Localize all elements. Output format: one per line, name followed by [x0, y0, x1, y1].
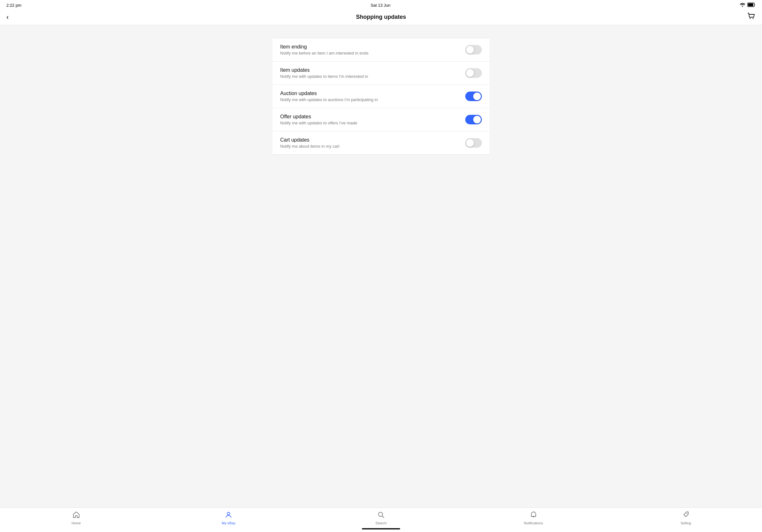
svg-rect-1 — [748, 4, 753, 6]
wifi-icon — [740, 3, 745, 8]
person-icon — [225, 511, 232, 520]
svg-point-6 — [687, 513, 688, 514]
toggle-track-item-ending — [465, 45, 482, 54]
nav-label-selling: Selling — [681, 521, 691, 525]
settings-desc-offer-updates: Notify me with updates to offers I've ma… — [280, 120, 459, 125]
back-button[interactable]: ‹ — [6, 14, 9, 21]
page-title: Shopping updates — [356, 14, 406, 21]
svg-point-3 — [753, 18, 754, 19]
toggle-item-ending[interactable] — [465, 45, 482, 54]
toggle-cart-updates[interactable] — [465, 138, 482, 148]
bottom-nav: Home My eBay Search Notification — [0, 507, 762, 526]
nav-label-my-ebay: My eBay — [222, 521, 236, 525]
settings-item-cart-updates: Cart updatesNotify me about items in my … — [272, 131, 490, 154]
toggle-thumb-item-updates — [466, 69, 474, 77]
settings-desc-item-updates: Notify me with updates to items I'm inte… — [280, 74, 459, 79]
toggle-auction-updates[interactable] — [465, 92, 482, 101]
settings-desc-auction-updates: Notify me with updates to auctions I'm p… — [280, 97, 459, 102]
settings-desc-item-ending: Notify me before an item I am interested… — [280, 51, 459, 55]
svg-point-4 — [227, 512, 230, 515]
battery-icon — [747, 3, 756, 8]
settings-list: Item endingNotify me before an item I am… — [272, 38, 490, 155]
home-indicator — [0, 526, 762, 532]
nav-item-selling[interactable]: Selling — [676, 511, 695, 525]
settings-text-item-updates: Item updatesNotify me with updates to it… — [280, 67, 459, 79]
settings-text-offer-updates: Offer updatesNotify me with updates to o… — [280, 114, 459, 125]
tag-icon — [682, 511, 690, 520]
nav-item-notifications[interactable]: Notifications — [524, 511, 543, 525]
toggle-thumb-item-ending — [466, 46, 474, 54]
toggle-track-item-updates — [465, 68, 482, 78]
settings-title-auction-updates: Auction updates — [280, 91, 459, 96]
status-bar: 2:22 pm Sat 13 Jun — [0, 0, 762, 9]
settings-title-item-updates: Item updates — [280, 67, 459, 73]
status-time: 2:22 pm — [6, 3, 21, 8]
svg-point-2 — [750, 18, 751, 19]
settings-text-cart-updates: Cart updatesNotify me about items in my … — [280, 137, 459, 149]
toggle-track-offer-updates — [465, 115, 482, 124]
home-icon — [72, 511, 80, 520]
toggle-track-cart-updates — [465, 138, 482, 148]
toggle-thumb-offer-updates — [473, 116, 481, 123]
nav-item-home[interactable]: Home — [67, 511, 86, 525]
toggle-thumb-cart-updates — [466, 139, 474, 147]
toggle-offer-updates[interactable] — [465, 115, 482, 124]
status-icons — [740, 3, 756, 8]
settings-text-auction-updates: Auction updatesNotify me with updates to… — [280, 91, 459, 102]
header: ‹ Shopping updates — [0, 9, 762, 25]
settings-item-offer-updates: Offer updatesNotify me with updates to o… — [272, 108, 490, 131]
settings-text-item-ending: Item endingNotify me before an item I am… — [280, 44, 459, 55]
nav-label-search: Search — [376, 521, 387, 525]
settings-desc-cart-updates: Notify me about items in my cart — [280, 144, 459, 149]
main-content: Item endingNotify me before an item I am… — [0, 25, 762, 507]
settings-item-item-updates: Item updatesNotify me with updates to it… — [272, 62, 490, 85]
search-icon — [377, 511, 385, 520]
settings-title-cart-updates: Cart updates — [280, 137, 459, 143]
settings-item-auction-updates: Auction updatesNotify me with updates to… — [272, 85, 490, 108]
settings-item-item-ending: Item endingNotify me before an item I am… — [272, 38, 490, 62]
settings-title-offer-updates: Offer updates — [280, 114, 459, 120]
status-date: Sat 13 Jun — [370, 3, 390, 8]
nav-label-notifications: Notifications — [524, 521, 543, 525]
settings-title-item-ending: Item ending — [280, 44, 459, 50]
nav-item-search[interactable]: Search — [371, 511, 391, 525]
cart-button[interactable] — [747, 12, 756, 22]
nav-item-my-ebay[interactable]: My eBay — [219, 511, 238, 525]
cart-icon — [747, 12, 756, 21]
bell-icon — [530, 511, 537, 520]
nav-label-home: Home — [71, 521, 81, 525]
toggle-track-auction-updates — [465, 92, 482, 101]
toggle-item-updates[interactable] — [465, 68, 482, 78]
toggle-thumb-auction-updates — [473, 93, 481, 100]
home-bar — [362, 528, 400, 529]
